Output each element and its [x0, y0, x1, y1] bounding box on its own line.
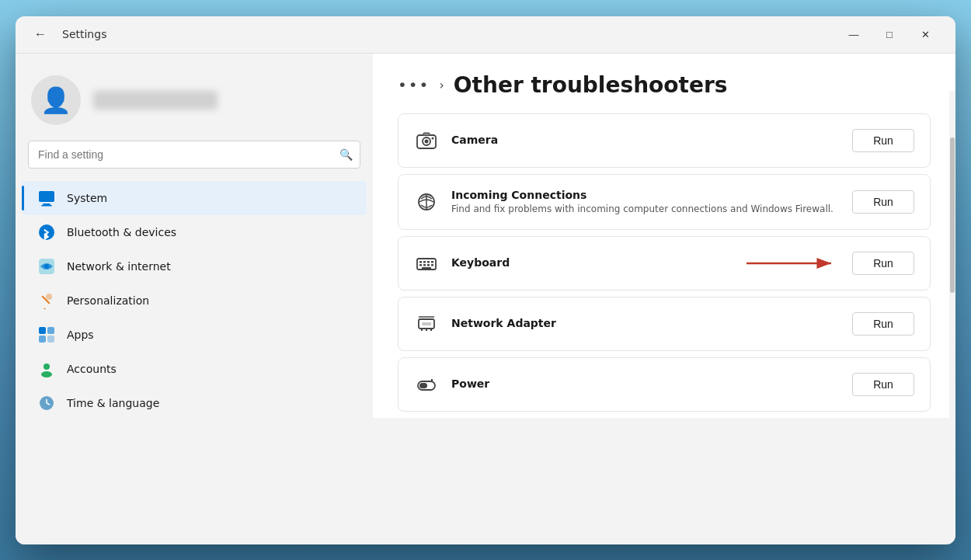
svg-rect-26	[423, 261, 426, 263]
system-icon	[37, 189, 56, 207]
close-button[interactable]: ✕	[907, 22, 943, 47]
svg-rect-28	[431, 261, 433, 263]
sidebar-item-time[interactable]: Time & language	[22, 386, 367, 420]
camera-text: Camera	[451, 134, 840, 148]
user-section: 👤	[16, 66, 373, 141]
main-content: ••• › Other troubleshooters	[373, 54, 955, 419]
svg-rect-33	[422, 267, 431, 269]
svg-rect-11	[39, 336, 46, 343]
incoming-title: Incoming Connections	[451, 189, 840, 201]
svg-rect-31	[427, 264, 430, 266]
user-name	[93, 91, 218, 110]
titlebar-left: ← Settings	[28, 22, 836, 47]
svg-point-20	[425, 139, 429, 143]
troubleshooter-incoming: Incoming Connections Find and fix proble…	[398, 174, 931, 231]
sidebar-item-system[interactable]: System	[22, 181, 367, 215]
svg-rect-27	[427, 261, 430, 263]
sidebar-item-apps[interactable]: Apps	[22, 318, 367, 352]
sidebar-item-network-label: Network & internet	[67, 260, 171, 273]
incoming-run-button[interactable]: Run	[852, 190, 914, 214]
page-title: Other troubleshooters	[454, 72, 728, 98]
network-adapter-title: Network Adapter	[451, 317, 840, 329]
keyboard-arrow	[747, 254, 840, 273]
accounts-icon	[37, 360, 56, 378]
red-arrow-icon	[747, 254, 840, 273]
avatar: 👤	[31, 75, 81, 125]
apps-icon	[37, 325, 56, 344]
svg-rect-1	[43, 203, 50, 205]
search-box: 🔍	[28, 141, 360, 169]
sidebar-item-time-label: Time & language	[67, 397, 159, 409]
power-run-button[interactable]: Run	[852, 373, 914, 396]
network-adapter-text: Network Adapter	[451, 317, 840, 331]
scrollbar-track	[949, 91, 955, 544]
power-text: Power	[451, 377, 840, 391]
back-button[interactable]: ←	[28, 22, 53, 47]
svg-point-14	[41, 371, 52, 377]
camera-run-button[interactable]: Run	[852, 129, 914, 152]
breadcrumb-chevron: ›	[439, 78, 444, 92]
sidebar-item-personalization[interactable]: Personalization	[22, 283, 367, 318]
sidebar-item-network[interactable]: Network & internet	[22, 249, 367, 283]
time-icon	[37, 394, 56, 412]
svg-point-13	[44, 363, 50, 370]
svg-rect-12	[47, 336, 54, 343]
svg-point-7	[46, 294, 52, 300]
user-icon: 👤	[40, 85, 71, 115]
incoming-desc: Find and fix problems with incoming comp…	[451, 203, 840, 216]
svg-rect-25	[419, 261, 422, 263]
sidebar-item-system-label: System	[67, 192, 107, 204]
scrollbar-thumb[interactable]	[950, 137, 955, 293]
camera-icon	[414, 128, 439, 153]
svg-rect-29	[419, 264, 422, 266]
svg-rect-6	[43, 308, 49, 309]
network-icon	[37, 257, 56, 276]
keyboard-run-button[interactable]: Run	[852, 252, 914, 275]
content-area: 👤 🔍 System	[16, 54, 955, 544]
sidebar-item-bluetooth[interactable]: Bluetooth & devices	[22, 215, 367, 249]
minimize-button[interactable]: —	[836, 22, 872, 47]
settings-window: ← Settings — □ ✕ 👤 🔍	[16, 16, 955, 544]
power-title: Power	[451, 377, 840, 390]
titlebar: ← Settings — □ ✕	[16, 16, 955, 54]
bluetooth-icon	[37, 223, 56, 242]
sidebar-item-apps-label: Apps	[67, 329, 94, 341]
breadcrumb-dots[interactable]: •••	[398, 75, 430, 94]
network-adapter-run-button[interactable]: Run	[852, 312, 914, 336]
svg-rect-2	[41, 205, 52, 207]
svg-rect-9	[39, 327, 46, 334]
svg-rect-43	[419, 383, 427, 388]
camera-title: Camera	[451, 134, 840, 146]
troubleshooter-network-adapter: Network Adapter Run	[398, 297, 931, 351]
titlebar-title: Settings	[62, 28, 106, 40]
sidebar: 👤 🔍 System	[16, 54, 373, 544]
maximize-button[interactable]: □	[872, 22, 907, 47]
troubleshooter-list: Camera Run	[373, 113, 955, 412]
troubleshooter-camera: Camera Run	[398, 113, 931, 168]
titlebar-controls: — □ ✕	[836, 22, 943, 47]
network-adapter-icon	[414, 311, 439, 336]
sidebar-item-accounts-label: Accounts	[67, 363, 117, 375]
incoming-connections-icon	[414, 190, 439, 214]
main-header: ••• › Other troubleshooters	[373, 54, 955, 113]
keyboard-icon	[414, 251, 439, 276]
svg-rect-32	[431, 264, 433, 266]
search-input[interactable]	[28, 141, 360, 169]
svg-rect-30	[423, 264, 426, 266]
svg-point-21	[432, 137, 434, 139]
svg-rect-10	[47, 327, 54, 334]
power-icon	[414, 372, 439, 397]
incoming-text: Incoming Connections Find and fix proble…	[451, 189, 840, 216]
sidebar-item-personalization-label: Personalization	[67, 294, 149, 307]
keyboard-text: Keyboard	[451, 256, 734, 270]
troubleshooter-power: Power Run	[398, 357, 931, 412]
sidebar-item-accounts[interactable]: Accounts	[22, 352, 367, 386]
keyboard-title: Keyboard	[451, 256, 734, 269]
sidebar-item-bluetooth-label: Bluetooth & devices	[67, 226, 176, 238]
svg-point-5	[44, 264, 49, 269]
svg-rect-37	[422, 322, 431, 325]
svg-rect-0	[39, 191, 54, 202]
troubleshooter-keyboard: Keyboard	[398, 236, 931, 290]
personalization-icon	[37, 291, 56, 310]
main-wrapper: ••• › Other troubleshooters	[373, 54, 955, 544]
